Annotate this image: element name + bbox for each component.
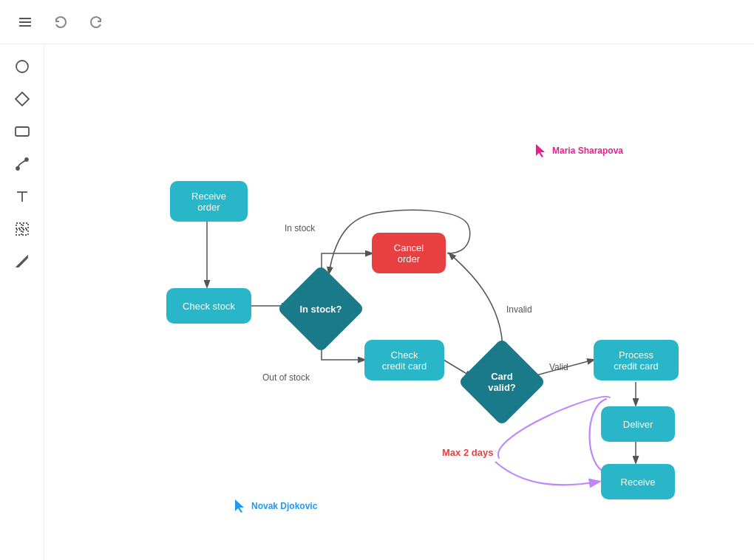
svg-rect-12 <box>16 230 21 235</box>
deliver-node[interactable]: Deliver <box>601 406 675 442</box>
svg-point-6 <box>16 167 19 170</box>
redo-button[interactable] <box>83 9 109 35</box>
out-of-stock-flow-label: Out of stock <box>262 372 310 383</box>
maria-cursor-arrow <box>536 144 546 157</box>
cancel-order-node[interactable]: Cancelorder <box>372 233 446 273</box>
toolbar <box>0 0 754 44</box>
in-stock-flow-label: In stock <box>285 223 315 233</box>
valid-flow-label: Valid <box>549 362 568 372</box>
svg-rect-11 <box>23 223 28 228</box>
svg-marker-24 <box>235 499 244 513</box>
invalid-flow-label: Invalid <box>506 304 532 315</box>
undo-button[interactable] <box>47 9 74 35</box>
circle-tool[interactable] <box>9 53 35 80</box>
diagram-canvas[interactable]: Receiveorder Check stock In stock? Cance… <box>44 44 754 560</box>
svg-marker-4 <box>16 92 29 106</box>
pen-tool[interactable] <box>9 248 35 275</box>
maria-cursor: Maria Sharapova <box>536 144 626 157</box>
text-tool[interactable] <box>9 183 35 210</box>
maria-name-label: Maria Sharapova <box>549 144 626 157</box>
novak-cursor-arrow <box>235 499 245 513</box>
svg-point-7 <box>25 158 28 161</box>
menu-button[interactable] <box>12 9 38 35</box>
novak-name-label: Novak Djokovic <box>248 499 320 513</box>
selection-tool[interactable] <box>9 216 35 242</box>
diamond-tool[interactable] <box>9 86 35 112</box>
svg-marker-23 <box>536 144 545 157</box>
check-stock-node[interactable]: Check stock <box>166 288 251 324</box>
check-credit-card-node[interactable]: Checkcredit card <box>364 340 444 380</box>
in-stock-diamond[interactable]: In stock? <box>277 265 365 353</box>
receive-order-node[interactable]: Receiveorder <box>170 181 248 222</box>
max-2-days-annotation: Max 2 days <box>442 447 493 458</box>
novak-cursor: Novak Djokovic <box>235 499 320 513</box>
process-credit-card-node[interactable]: Processcredit card <box>594 340 679 380</box>
svg-rect-13 <box>23 230 28 235</box>
connector-tool[interactable] <box>9 151 35 177</box>
svg-rect-5 <box>16 127 29 136</box>
sidebar <box>0 44 44 560</box>
rectangle-tool[interactable] <box>9 118 35 145</box>
card-valid-diamond[interactable]: Cardvalid? <box>458 338 546 426</box>
receive-node[interactable]: Receive <box>601 464 675 499</box>
svg-rect-10 <box>16 223 21 228</box>
svg-point-3 <box>16 61 28 72</box>
